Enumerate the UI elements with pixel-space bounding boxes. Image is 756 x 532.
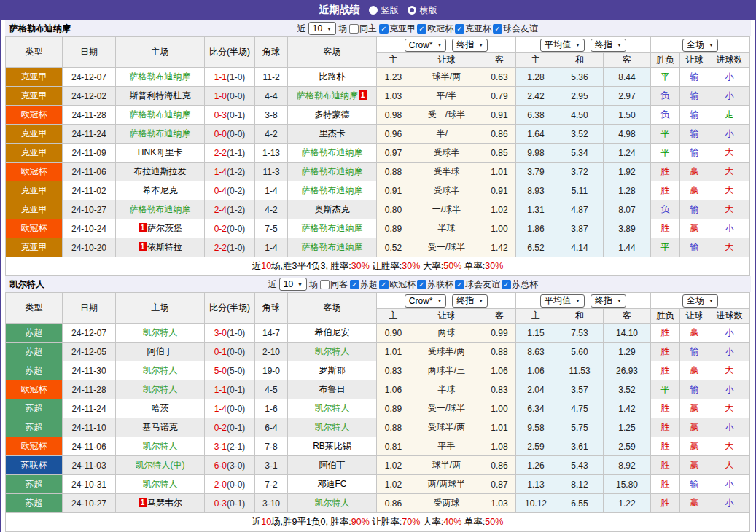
same-venue-checkbox[interactable]: 同主 — [349, 23, 377, 35]
league-filter-item[interactable]: ✓苏超 — [350, 278, 378, 291]
odds-type-select[interactable]: 终指▼ — [452, 294, 488, 308]
section-header: 萨格勒布迪纳摩 近 10 ▼ 场 同主 ✓克亚甲✓欧冠杯✓克亚杯✓球会友谊 — [5, 20, 751, 36]
avg-odds-home: 1.13 — [516, 475, 556, 494]
home-team-cell: 基马诺克 — [116, 418, 205, 437]
checkbox-checked-icon[interactable]: ✓ — [379, 24, 389, 34]
radio-filled-icon[interactable] — [369, 6, 378, 15]
avg-odds-home: 2.42 — [516, 87, 556, 106]
league-filter-item[interactable]: ✓欧冠杯 — [417, 23, 453, 35]
league-filter-item[interactable]: ✓球会友谊 — [455, 278, 500, 291]
scope-dropdown-cell: 全场▼ — [651, 293, 750, 309]
chevron-down-icon: ▼ — [709, 42, 714, 47]
checkbox-checked-icon[interactable]: ✓ — [417, 280, 426, 289]
avg-type-select[interactable]: 终指▼ — [591, 39, 626, 52]
scope-dropdown-cell: 全场▼ — [651, 37, 750, 53]
score-cell: 0-3(0-1) — [205, 106, 255, 125]
avg-odds-away: 26.93 — [604, 361, 651, 380]
result-handicap: 赢 — [680, 494, 709, 513]
checkbox-unchecked-icon[interactable] — [320, 280, 330, 289]
result-outcome: 胜 — [651, 475, 680, 494]
games-count-select[interactable]: 10 ▼ — [279, 278, 307, 291]
full-time-score: 1-1 — [214, 385, 227, 395]
league-filter-item[interactable]: ✓欧冠杯 — [379, 278, 416, 291]
league-filter-item[interactable]: ✓克亚杯 — [455, 23, 491, 35]
result-handicap: 输 — [680, 125, 709, 144]
corner-count: 11-2 — [255, 68, 288, 87]
half-time-score: (0-1) — [227, 110, 245, 120]
avg-odds-home: 9.58 — [516, 418, 556, 437]
checkbox-checked-icon[interactable]: ✓ — [455, 280, 464, 289]
initial-odds-home: 0.97 — [377, 144, 410, 163]
avg-odds-draw: 8.12 — [556, 475, 604, 494]
result-goals: 小 — [709, 475, 750, 494]
match-date: 24-11-02 — [63, 181, 116, 200]
home-team-cell: 萨格勒布迪纳摩 — [116, 200, 205, 219]
initial-odds-home: 1.02 — [377, 475, 410, 494]
league-filter-item[interactable]: ✓苏联杯 — [417, 278, 453, 291]
checkbox-checked-icon[interactable]: ✓ — [350, 280, 359, 289]
away-team-name: 罗斯郡 — [319, 365, 346, 375]
home-team-name: 萨格勒布迪纳摩 — [130, 204, 191, 214]
home-team-name: 萨格勒布迪纳摩 — [130, 109, 191, 120]
col-away: 客场 — [288, 37, 377, 68]
avg-select[interactable]: 平均值▼ — [540, 39, 585, 52]
games-count-select[interactable]: 10 ▼ — [308, 22, 336, 35]
team-section: 萨格勒布迪纳摩 近 10 ▼ 场 同主 ✓克亚甲✓欧冠杯✓克亚杯✓球会友谊 — [5, 20, 751, 276]
odds-type-select[interactable]: 终指▼ — [452, 39, 488, 52]
odds-provider-select[interactable]: Crow*▼ — [405, 39, 447, 52]
home-team-name: 萨格勒布迪纳摩 — [130, 128, 191, 138]
away-team-name: 奥斯杰克 — [315, 204, 350, 214]
col-score: 比分(半场) — [205, 37, 255, 68]
result-outcome: 负 — [651, 106, 680, 125]
match-row: 克亚甲 24-11-02 希本尼克 0-4(0-2) 1-4 萨格勒布迪纳摩 0… — [6, 181, 750, 200]
league-type-badge: 苏联杯 — [6, 456, 63, 475]
odds-provider-select[interactable]: Crow*▼ — [405, 294, 447, 308]
checkbox-checked-icon[interactable]: ✓ — [493, 24, 502, 34]
same-venue-checkbox[interactable]: 同客 — [320, 278, 348, 291]
checkbox-checked-icon[interactable]: ✓ — [379, 280, 389, 289]
home-team-name: 凯尔特人 — [143, 365, 178, 375]
initial-handicap: 半/一 — [410, 125, 483, 144]
radio-vertical-option[interactable]: 竖版 — [369, 4, 399, 17]
match-row: 欧冠杯 24-10-24 1萨尔茨堡 0-2(0-0) 7-5 萨格勒布迪纳摩 … — [6, 219, 750, 238]
checkbox-checked-icon[interactable]: ✓ — [502, 280, 511, 289]
scope-select[interactable]: 全场▼ — [682, 39, 718, 52]
summary-segment: 30% — [402, 261, 420, 271]
result-handicap: 赢 — [680, 418, 709, 437]
score-cell: 0-0(0-0) — [205, 125, 255, 144]
red-card-badge: 1 — [139, 498, 147, 507]
full-time-score: 2-2 — [214, 148, 227, 158]
corner-count: 1-4 — [255, 181, 288, 200]
avg-odds-draw: 4.50 — [556, 106, 604, 125]
result-outcome: 平 — [651, 125, 680, 144]
result-outcome: 胜 — [651, 437, 680, 456]
checkbox-checked-icon[interactable]: ✓ — [417, 24, 426, 34]
league-filter-item[interactable]: ✓苏总杯 — [502, 278, 538, 291]
avg-select[interactable]: 平均值▼ — [540, 294, 585, 308]
half-time-score: (3-0) — [227, 461, 245, 471]
away-team-name: 布鲁日 — [319, 384, 346, 394]
chevron-down-icon: ▼ — [297, 282, 303, 287]
match-date: 24-11-30 — [63, 361, 116, 380]
avg-odds-draw: 4.14 — [556, 238, 604, 257]
scope-select[interactable]: 全场▼ — [682, 294, 718, 308]
score-cell: 3-1(2-1) — [205, 437, 255, 456]
away-team-cell: 奥斯杰克 — [288, 200, 377, 219]
result-goals: 小 — [709, 324, 750, 343]
away-team-cell: 里杰卡 — [288, 125, 377, 144]
checkbox-checked-icon[interactable]: ✓ — [455, 24, 464, 34]
col-goals: 进球数 — [709, 309, 750, 324]
radio-horizontal-option[interactable]: 横版 — [408, 4, 437, 17]
full-time-score: 0-2 — [214, 423, 227, 433]
radio-hollow-icon[interactable] — [408, 6, 416, 15]
league-filter-item[interactable]: ✓球会友谊 — [493, 23, 538, 35]
full-time-score: 2-0 — [214, 480, 227, 490]
col-date: 日期 — [63, 293, 116, 324]
avg-odds-home: 1.64 — [516, 125, 556, 144]
league-filter-item[interactable]: ✓克亚甲 — [379, 23, 416, 35]
col-avg-draw: 和 — [556, 53, 604, 68]
initial-handicap: 半球 — [410, 380, 483, 399]
checkbox-unchecked-icon[interactable] — [349, 24, 359, 34]
avg-type-select[interactable]: 终指▼ — [591, 294, 626, 308]
initial-odds-home: 1.03 — [377, 87, 410, 106]
